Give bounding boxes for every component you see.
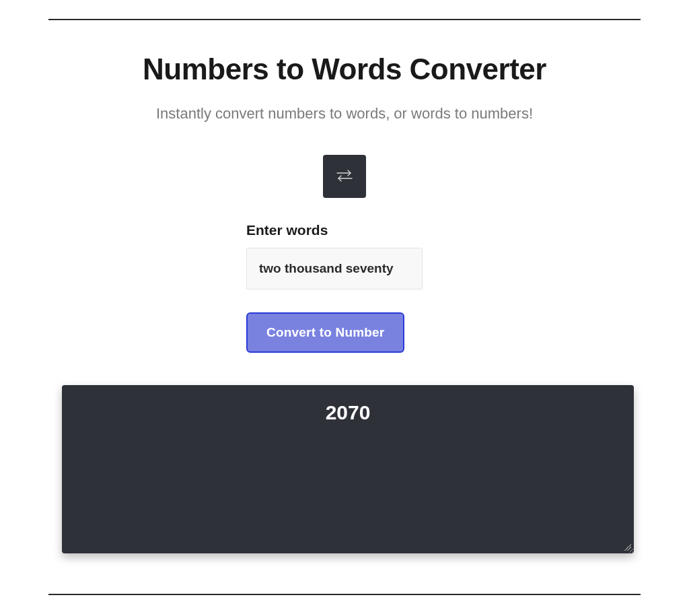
swap-button[interactable] bbox=[323, 155, 366, 198]
divider-bottom bbox=[48, 594, 641, 595]
page-title: Numbers to Words Converter bbox=[48, 53, 641, 86]
words-input[interactable] bbox=[246, 248, 423, 289]
output-panel[interactable]: 2070 bbox=[62, 385, 634, 553]
convert-button[interactable]: Convert to Number bbox=[246, 312, 404, 353]
swap-icon bbox=[336, 169, 353, 184]
page-subtitle: Instantly convert numbers to words, or w… bbox=[48, 105, 641, 123]
input-label: Enter words bbox=[246, 222, 448, 238]
divider-top bbox=[48, 19, 641, 20]
output-result: 2070 bbox=[81, 401, 615, 424]
